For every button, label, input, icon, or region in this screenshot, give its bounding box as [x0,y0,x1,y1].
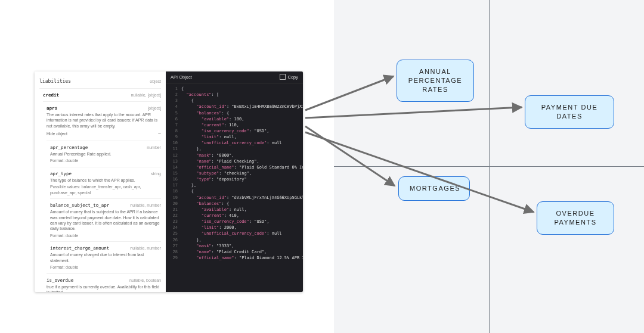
field-type: object [150,79,161,85]
code-title: API Object [171,74,192,80]
concept-mortgages: MORTGAGES [398,176,470,201]
field-name: apr_percentage [50,145,88,151]
code-block: 1{ 2 "accounts": [ 3 { 4 "account_id": "… [166,83,303,266]
field-desc: Amount of money charged due to interest … [50,252,161,263]
field-format: Format: double [50,233,161,238]
field-type: string [151,171,161,177]
concept-dates-label: PAYMENT DUE DATES [536,103,603,121]
concept-over-label: OVERDUE PAYMENTS [548,209,603,227]
schema-panel: liabilitiesobject creditnullable, [objec… [35,71,166,292]
minus-icon[interactable]: − [158,130,161,137]
field-format: Format: double [50,264,161,270]
copy-button[interactable]: Copy [281,74,298,80]
divider-horizontal [334,166,644,167]
field-name: interest_charge_amount [50,245,109,251]
quadrant-panel [334,0,644,333]
concept-mort-label: MORTGAGES [410,184,459,193]
concept-payment-due-dates: PAYMENT DUE DATES [525,95,614,129]
field-name: balance_subject_to_apr [50,203,109,208]
concept-apr: ANNUAL PERCENTAGE RATES [397,60,474,102]
field-name: credit [43,92,59,98]
field-desc: Annual Percentage Rate applied. [50,151,161,157]
hide-object-toggle[interactable]: Hide object [47,131,67,136]
field-type: nullable, number [130,203,161,208]
api-doc-card: liabilitiesobject creditnullable, [objec… [35,71,303,292]
field-type: nullable, number [130,245,161,251]
field-desc: The type of balance to which the APR app… [50,178,161,183]
field-possible: Possible values: balance_transfer_apr, c… [50,184,161,195]
concept-apr-label: ANNUAL PERCENTAGE RATES [408,67,463,94]
field-name: apr_type [50,171,72,177]
copy-label: Copy [287,74,298,80]
field-name: is_overdue [47,278,73,284]
field-type: number [147,145,161,151]
field-desc: true if a payment is currently overdue. … [47,284,161,292]
field-name: liabilities [39,79,71,85]
field-name: aprs [47,105,57,111]
field-desc: Amount of money that is subjected to the… [50,209,161,232]
field-type: nullable, boolean [129,278,161,284]
code-panel: API Object Copy 1{ 2 "accounts": [ 3 { 4… [166,71,303,292]
field-type: [object] [147,105,161,111]
field-desc: The various interest rates that apply to… [47,112,161,129]
copy-icon [281,75,286,80]
field-type: nullable, [object] [131,92,161,98]
concept-overdue-payments: OVERDUE PAYMENTS [537,201,614,235]
field-format: Format: double [50,158,161,163]
